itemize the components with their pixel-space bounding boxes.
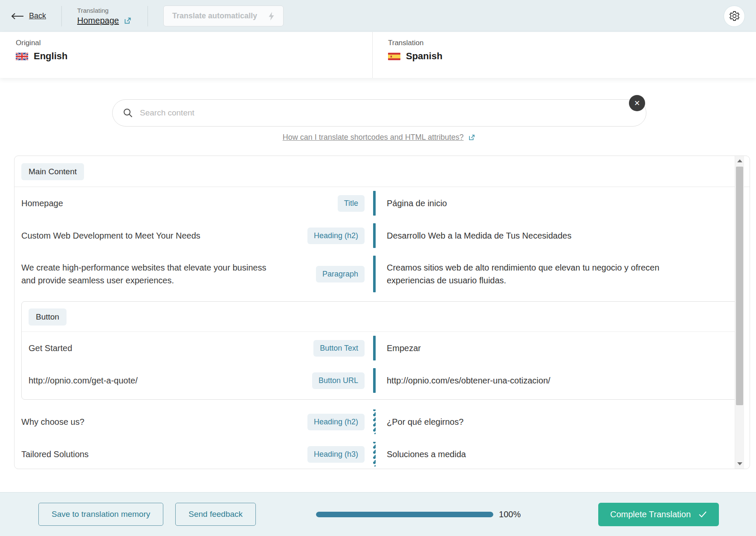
top-bar: Back Translating Homepage Translate auto… xyxy=(0,0,756,32)
external-link-icon xyxy=(468,133,476,141)
spain-flag-icon xyxy=(388,52,400,61)
original-text: Why choose us? xyxy=(21,415,84,428)
search-bar: ✕ xyxy=(112,99,646,127)
complete-translation-label: Complete Translation xyxy=(610,510,691,519)
translation-row[interactable]: We create high-performance websites that… xyxy=(14,252,750,296)
translated-text[interactable]: Soluciones a medida xyxy=(376,448,670,461)
translation-panel: Main Content Homepage Title Página de in… xyxy=(14,156,750,469)
uk-flag-icon xyxy=(16,52,28,61)
original-text: Get Started xyxy=(29,342,72,354)
translation-label: Translation xyxy=(388,39,443,47)
field-type-badge: Button Text xyxy=(313,340,365,357)
language-bar: Original English Translation xyxy=(0,32,756,78)
original-label: Original xyxy=(16,39,372,47)
button-group-chip: Button xyxy=(29,308,67,326)
original-text: Tailored Solutions xyxy=(21,448,89,461)
field-type-badge: Title xyxy=(338,195,365,212)
original-text: Custom Web Development to Meet Your Need… xyxy=(21,229,200,242)
topbar-separator xyxy=(61,6,62,26)
gear-icon xyxy=(729,10,740,22)
back-label: Back xyxy=(29,12,46,20)
translated-text[interactable]: ¿Por qué elegirnos? xyxy=(376,415,670,428)
progress-group: 100% xyxy=(316,510,521,519)
translating-block: Translating Homepage xyxy=(77,7,132,26)
translation-row[interactable]: Custom Web Development to Meet Your Need… xyxy=(14,219,750,252)
original-text: http://opnio.com/get-a-quote/ xyxy=(29,374,138,387)
page-name-link[interactable]: Homepage xyxy=(77,16,119,26)
field-type-badge: Heading (h3) xyxy=(307,446,365,463)
main-content-group-chip: Main Content xyxy=(21,163,84,180)
translation-language-column: Translation Spanish xyxy=(373,32,443,78)
original-text: We create high-performance websites that… xyxy=(21,261,281,287)
search-icon xyxy=(123,108,133,118)
external-link-icon[interactable] xyxy=(123,16,132,25)
translating-label: Translating xyxy=(77,7,132,14)
button-group-box: Button Get Started Button Text Empezar h… xyxy=(21,301,742,400)
bottom-bar: Save to translation memory Send feedback… xyxy=(0,492,756,536)
close-icon: ✕ xyxy=(634,99,640,108)
back-button[interactable]: Back xyxy=(11,12,46,20)
close-search-button[interactable]: ✕ xyxy=(629,95,645,111)
translation-row[interactable]: Homepage Title Página de inicio xyxy=(14,187,750,219)
translate-automatically-button[interactable]: Translate automatically xyxy=(163,6,284,26)
complete-translation-button[interactable]: Complete Translation xyxy=(598,503,719,526)
translated-text[interactable]: Desarrollo Web a la Medida de Tus Necesi… xyxy=(376,229,670,242)
scroll-up-arrow[interactable] xyxy=(737,159,742,162)
shortcodes-help-link[interactable]: How can I translate shortcodes and HTML … xyxy=(283,133,464,142)
translated-text[interactable]: http://opnio.com/es/obtener-una-cotizaci… xyxy=(376,374,670,387)
checkmark-icon xyxy=(698,511,707,518)
original-language-name: English xyxy=(34,51,67,62)
search-input[interactable] xyxy=(140,108,636,118)
translated-text[interactable]: Creamos sitios web de alto rendimiento q… xyxy=(376,261,670,287)
original-language-column: Original English xyxy=(0,32,373,78)
progress-percentage: 100% xyxy=(499,510,521,519)
translation-row[interactable]: Why choose us? Heading (h2) ¿Por qué ele… xyxy=(14,406,750,438)
field-type-badge: Heading (h2) xyxy=(307,414,365,430)
translation-row[interactable]: http://opnio.com/get-a-quote/ Button URL… xyxy=(22,364,742,397)
translation-language-name: Spanish xyxy=(406,51,443,62)
help-row: How can I translate shortcodes and HTML … xyxy=(112,133,646,142)
back-arrow-icon xyxy=(11,13,24,20)
translated-text[interactable]: Página de inicio xyxy=(376,197,670,210)
translation-row[interactable]: Get Started Button Text Empezar xyxy=(22,332,742,364)
panel-scrollbar[interactable] xyxy=(735,156,744,469)
scroll-down-arrow[interactable] xyxy=(737,462,742,465)
original-text: Homepage xyxy=(21,197,63,210)
progress-bar-fill xyxy=(316,512,493,517)
field-type-badge: Heading (h2) xyxy=(307,228,365,244)
settings-button[interactable] xyxy=(724,6,745,27)
field-type-badge: Button URL xyxy=(312,372,365,389)
content-area: ✕ How can I translate shortcodes and HTM… xyxy=(0,78,756,492)
scrollbar-thumb[interactable] xyxy=(736,167,743,405)
translation-editor: Back Translating Homepage Translate auto… xyxy=(0,0,756,536)
progress-bar xyxy=(316,512,493,517)
translate-automatically-label: Translate automatically xyxy=(172,12,257,20)
translated-text[interactable]: Empezar xyxy=(376,342,670,354)
lightning-icon xyxy=(268,12,275,20)
save-to-translation-memory-button[interactable]: Save to translation memory xyxy=(38,503,163,526)
topbar-separator xyxy=(148,6,148,26)
translation-row[interactable]: Tailored Solutions Heading (h3) Solucion… xyxy=(14,438,750,469)
field-type-badge: Paragraph xyxy=(316,266,365,282)
send-feedback-button[interactable]: Send feedback xyxy=(175,503,256,526)
